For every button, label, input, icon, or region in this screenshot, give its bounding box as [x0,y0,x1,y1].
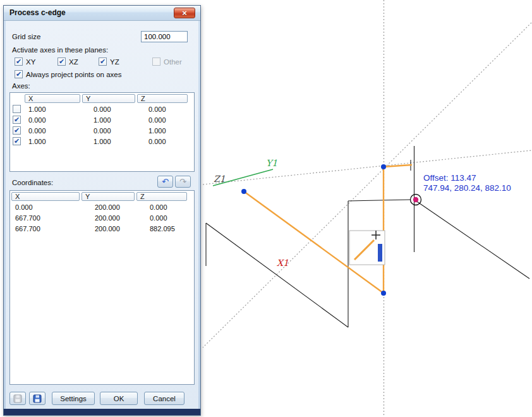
coordinate-row[interactable]: 667.700 200.000 0.000 [10,212,194,223]
vertex-point[interactable] [381,291,386,296]
coord-cell: 0.000 [10,203,87,211]
check-icon: ✔ [16,58,21,65]
window-bottom-frame [4,409,200,415]
check-icon: ✔ [14,116,20,123]
axes-cell: 1.000 [22,138,85,145]
axes-cell: 1.000 [140,127,166,135]
axes-cell: 0.000 [85,127,140,135]
coordinate-row[interactable]: 0.000 200.000 0.000 [10,202,194,212]
axes-row[interactable]: 1.000 0.000 0.000 [10,104,194,114]
disk-blue-icon [33,394,42,403]
row-checkbox[interactable]: ✔ [13,126,21,135]
close-icon: × [182,8,187,18]
redo-button[interactable]: ↷ [175,176,191,188]
settings-button[interactable]: Settings [52,392,95,405]
axes-cell: 1.000 [85,138,140,145]
checkbox-xy[interactable]: ✔ XY [15,57,35,66]
dialog-title: Process c-edge [9,8,66,17]
checkbox-yz[interactable]: ✔ YZ [99,57,119,66]
check-icon: ✔ [14,138,20,145]
axes-cell: 0.000 [85,106,140,113]
load-button[interactable] [9,392,26,405]
redo-icon: ↷ [179,178,186,186]
checkbox-yz-label: YZ [110,58,119,66]
axes-label: Axes: [12,82,30,90]
ok-button[interactable]: OK [100,392,138,405]
axes-cell: 0.000 [140,106,166,113]
coordinate-row[interactable]: 667.700 200.000 882.095 [10,223,194,234]
axes-row[interactable]: ✔ 0.000 0.000 1.000 [10,125,194,136]
coord-cell: 200.000 [87,203,142,211]
axes-column-x[interactable]: X [25,94,80,103]
construction-line-horizontal [203,150,531,184]
check-icon: ✔ [14,127,20,134]
coord-cell: 0.000 [142,214,167,222]
checkbox-xz[interactable]: ✔ XZ [57,57,78,66]
checkbox-project-label: Always project points on axes [26,71,122,78]
coord-cell: 667.700 [10,214,87,222]
row-checkbox[interactable]: ✔ [13,137,21,145]
axes-cell: 0.000 [22,116,85,124]
disk-gray-icon [13,394,22,403]
axes-cell: 0.000 [140,116,166,124]
axes-row[interactable]: ✔ 0.000 1.000 0.000 [10,114,194,125]
axes-column-y[interactable]: Y [82,94,135,103]
checkbox-project-box: ✔ [15,70,23,78]
check-icon: ✔ [59,58,64,65]
coord-cell: 200.000 [87,214,142,222]
axes-cell: 1.000 [22,106,85,113]
axes-column-z[interactable]: Z [137,94,188,103]
process-c-edge-dialog: Process c-edge × Grid size Activate axes… [3,5,201,416]
coord-column-y[interactable]: Y [82,192,135,201]
offset-tooltip-line2: 747.94, 280.24, 882.10 [423,183,511,193]
dialog-titlebar[interactable]: Process c-edge × [4,6,200,21]
coord-column-x[interactable]: X [11,192,80,201]
axes-table-header: X Y Z [10,93,194,104]
undo-icon: ↶ [162,178,169,186]
axes-cell: 0.000 [140,138,166,145]
planes-label: Activate axes in these planes: [12,46,108,54]
axes-table: X Y Z 1.000 0.000 0.000 ✔ 0.000 1.000 0.… [9,92,195,172]
checkbox-xz-label: XZ [69,58,78,66]
check-icon: ✔ [100,58,106,65]
vertex-point[interactable] [381,164,386,169]
header-spacer [11,94,23,103]
checkbox-yz-box: ✔ [99,57,107,66]
check-icon: ✔ [16,71,21,78]
coord-cell: 667.700 [10,225,87,233]
checkbox-xz-box: ✔ [57,57,66,66]
offset-tooltip-line1: Offset: 113.47 [423,173,476,183]
checkbox-project-points[interactable]: ✔ Always project points on axes [15,70,122,78]
checkbox-other-box [152,57,160,66]
undo-button[interactable]: ↶ [157,176,173,188]
coord-cell: 0.000 [142,203,167,211]
vertex-point[interactable] [241,189,246,194]
checkbox-other: Other [152,57,182,66]
grid-size-input[interactable] [141,31,188,42]
cancel-button[interactable]: Cancel [144,392,184,405]
grid-size-label: Grid size [12,33,40,40]
axes-cell: 0.000 [22,127,85,135]
y-axis-label: Y1 [266,158,277,168]
line-cursor-icon [349,231,385,265]
coordinates-table: X Y Z 0.000 200.000 0.000 667.700 200.00… [9,190,195,385]
row-checkbox[interactable]: ✔ [13,116,21,124]
row-checkbox[interactable] [13,105,21,113]
checkbox-xy-label: XY [26,58,35,66]
x-axis-label: X1 [277,258,289,268]
axes-cell: 1.000 [85,116,140,124]
checkbox-other-label: Other [164,58,182,66]
coordinates-table-header: X Y Z [10,191,194,202]
z-axis-label: Z1 [214,174,226,184]
coord-cell: 882.095 [142,225,175,233]
snap-point[interactable] [413,197,418,202]
axes-row[interactable]: ✔ 1.000 1.000 0.000 [10,136,194,147]
save-button[interactable] [29,392,45,405]
coord-cell: 200.000 [87,225,142,233]
checkbox-xy-box: ✔ [15,57,23,66]
coord-column-z[interactable]: Z [136,192,187,201]
highlighted-edges[interactable] [244,165,411,293]
coordinates-label: Coordinates: [12,179,53,186]
close-button[interactable]: × [174,8,195,18]
